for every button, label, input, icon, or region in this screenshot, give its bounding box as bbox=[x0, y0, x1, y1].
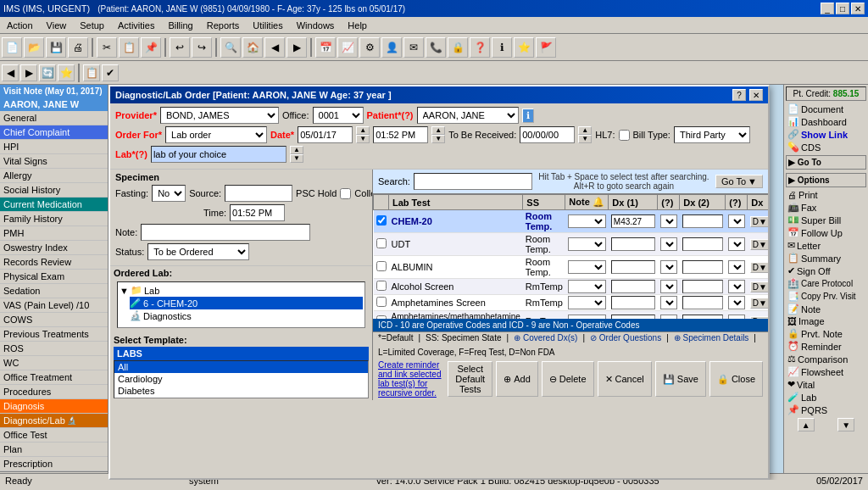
time2-input[interactable] bbox=[230, 204, 285, 221]
status-select[interactable]: To be Ordered bbox=[147, 243, 249, 260]
tb-cut[interactable]: ✂ bbox=[97, 37, 117, 58]
row-dx2q-cell[interactable] bbox=[726, 233, 748, 256]
time-up[interactable]: ▲ bbox=[431, 126, 445, 135]
dx2-input[interactable] bbox=[682, 260, 723, 274]
info-covered[interactable]: ⊕ Covered Dx(s) bbox=[514, 333, 577, 342]
btn-follow-up[interactable]: 📅Follow Up bbox=[784, 226, 868, 239]
dx2q-select[interactable] bbox=[728, 280, 745, 293]
row-checkbox[interactable] bbox=[376, 215, 387, 226]
row-checkbox[interactable] bbox=[376, 281, 387, 291]
tb-lock[interactable]: 🔒 bbox=[448, 37, 468, 58]
sidebar-item-physical[interactable]: Physical Exam bbox=[0, 270, 108, 284]
tb2-btn1[interactable]: ◀ bbox=[2, 64, 19, 81]
sidebar-item-oswestry[interactable]: Oswestry Index bbox=[0, 241, 108, 255]
provider-select[interactable]: BOND, JAMES bbox=[160, 107, 279, 124]
row-checkbox[interactable] bbox=[376, 297, 387, 307]
row-dx-cell[interactable]: D▼ bbox=[748, 233, 768, 256]
row-dx1-cell[interactable] bbox=[609, 311, 658, 320]
template-list[interactable]: All Cardiology Diabetes Electrolytes End… bbox=[114, 360, 369, 398]
patient-info-button[interactable]: ℹ bbox=[522, 109, 534, 123]
tb-user[interactable]: 👤 bbox=[381, 37, 402, 58]
menu-view[interactable]: View bbox=[43, 19, 70, 31]
search-input[interactable] bbox=[414, 173, 532, 190]
menu-windows[interactable]: Windows bbox=[293, 19, 338, 31]
row-dx-cell[interactable]: D▼ bbox=[748, 311, 768, 320]
sidebar-item-records[interactable]: Records Review bbox=[0, 255, 108, 270]
btn-note[interactable]: 📝Note bbox=[784, 303, 868, 315]
close-button[interactable]: ✕ bbox=[851, 3, 865, 14]
sidebar-item-vital[interactable]: Vital Signs bbox=[0, 154, 108, 169]
row-checkbox-cell[interactable] bbox=[374, 295, 389, 311]
dx2-input[interactable] bbox=[682, 237, 723, 251]
info-specimen[interactable]: ⊕ Specimen Details bbox=[674, 333, 749, 342]
btn-print[interactable]: 🖨Print bbox=[784, 189, 868, 201]
btn-dashboard[interactable]: 📊Dashboard bbox=[784, 115, 868, 128]
row-note-cell[interactable] bbox=[565, 279, 609, 295]
tb-home[interactable]: 🏠 bbox=[242, 37, 263, 58]
menu-billing[interactable]: Billing bbox=[164, 19, 196, 31]
sidebar-item-chief[interactable]: Chief Complaint bbox=[0, 125, 108, 140]
row-checkbox-cell[interactable] bbox=[374, 233, 389, 256]
row-checkbox[interactable] bbox=[376, 238, 387, 248]
tb-info[interactable]: ℹ bbox=[492, 37, 512, 58]
btn-reminder[interactable]: ⏰Reminder bbox=[784, 340, 868, 353]
source-input[interactable] bbox=[225, 185, 292, 202]
btn-pqrs[interactable]: 📌PQRS bbox=[784, 404, 868, 416]
btn-vital[interactable]: ❤Vital bbox=[784, 378, 868, 391]
tb-print[interactable]: 🖨 bbox=[68, 37, 88, 58]
dx2-input[interactable] bbox=[682, 280, 723, 293]
row-dx2-cell[interactable] bbox=[680, 256, 726, 279]
row-dx-cell[interactable]: D▼ bbox=[748, 279, 768, 295]
row-dx2q-cell[interactable] bbox=[726, 279, 748, 295]
btn-image[interactable]: 🖼Image bbox=[784, 315, 868, 327]
row-dx2q-cell[interactable] bbox=[726, 311, 748, 320]
tb-help[interactable]: ❓ bbox=[470, 37, 490, 58]
lab-down[interactable]: ▼ bbox=[290, 154, 303, 163]
fasting-select[interactable]: No bbox=[152, 185, 186, 202]
tb-chart[interactable]: 📈 bbox=[337, 37, 358, 58]
row-dx2-cell[interactable] bbox=[680, 311, 726, 320]
dx1q-select[interactable] bbox=[660, 296, 677, 309]
tb2-btn4[interactable]: ⭐ bbox=[58, 64, 75, 81]
dx2-input[interactable] bbox=[682, 214, 723, 228]
note-select[interactable] bbox=[568, 214, 606, 228]
lab-table-wrapper[interactable]: Lab Test SS Note 🔔 Dx (1) (?) Dx (2) (?)… bbox=[373, 194, 768, 319]
tb-calendar[interactable]: 📅 bbox=[315, 37, 336, 58]
dx1-input[interactable] bbox=[611, 280, 655, 293]
btn-copy-prv[interactable]: 📑Copy Prv. Visit bbox=[784, 290, 868, 303]
sidebar-item-diagnosis[interactable]: Diagnosis bbox=[0, 399, 108, 414]
select-default-tests-button[interactable]: Select Default Tests bbox=[448, 361, 492, 397]
template-cardiology[interactable]: Cardiology bbox=[114, 373, 368, 385]
dx1q-select[interactable] bbox=[660, 260, 677, 274]
restore-button[interactable]: □ bbox=[836, 3, 849, 14]
tree-chem20[interactable]: 🧪 6 - CHEM-20 bbox=[130, 297, 363, 309]
btn-flowsheet[interactable]: 📈Flowsheet bbox=[784, 365, 868, 378]
menu-setup[interactable]: Setup bbox=[76, 19, 108, 31]
sidebar-item-prev-treatments[interactable]: Previous Treatments bbox=[0, 327, 108, 342]
sidebar-item-sedation[interactable]: Sedation bbox=[0, 284, 108, 298]
tb-star[interactable]: ⭐ bbox=[514, 37, 534, 58]
sidebar-item-prescription[interactable]: Prescription bbox=[0, 457, 108, 471]
dx1q-select[interactable] bbox=[660, 214, 677, 228]
date-up[interactable]: ▲ bbox=[356, 126, 370, 135]
dx2q-select[interactable] bbox=[728, 296, 745, 309]
lab-up[interactable]: ▲ bbox=[290, 146, 303, 154]
recursive-link[interactable]: Create reminder and link selected lab te… bbox=[378, 360, 444, 398]
row-dx1-cell[interactable] bbox=[609, 210, 658, 233]
row-dx1q-cell[interactable] bbox=[658, 256, 680, 279]
tb-back[interactable]: ◀ bbox=[264, 37, 285, 58]
tb-paste[interactable]: 📌 bbox=[141, 37, 161, 58]
row-dx2-cell[interactable] bbox=[680, 233, 726, 256]
template-all[interactable]: All bbox=[114, 361, 368, 373]
tb-flag[interactable]: 🚩 bbox=[536, 37, 556, 58]
save-button[interactable]: 💾 Save bbox=[655, 361, 706, 397]
menu-reports[interactable]: Reports bbox=[203, 19, 243, 31]
row-note-cell[interactable] bbox=[565, 256, 609, 279]
row-dx2-cell[interactable] bbox=[680, 279, 726, 295]
tb2-btn2[interactable]: ▶ bbox=[20, 64, 37, 81]
row-checkbox-cell[interactable] bbox=[374, 311, 389, 320]
row-dx-cell[interactable]: D▼ bbox=[748, 256, 768, 279]
recv-up[interactable]: ▲ bbox=[578, 126, 592, 135]
tb-undo[interactable]: ↩ bbox=[170, 37, 190, 58]
dx2-input[interactable] bbox=[682, 296, 723, 309]
